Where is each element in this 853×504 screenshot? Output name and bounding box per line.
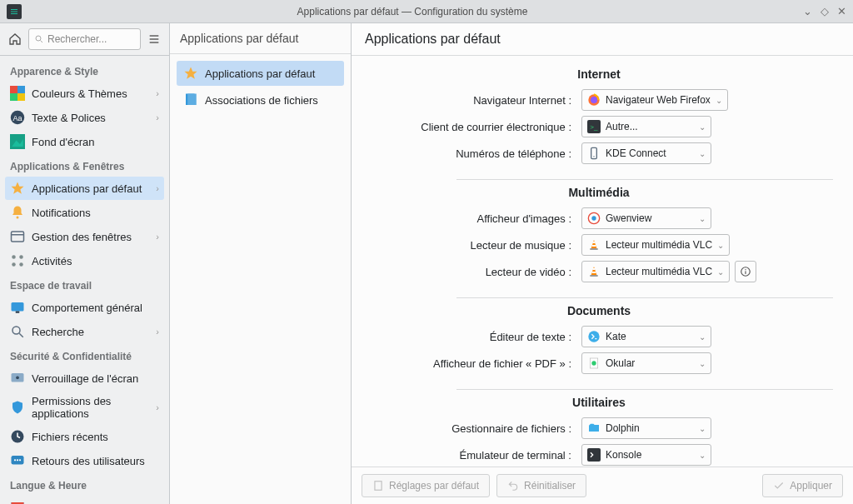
settings-row: Numéros de téléphone :KDE Connect⌄ [365, 142, 833, 164]
sidebar-item[interactable]: Pays et langue [5, 496, 164, 504]
hamburger-button[interactable] [144, 29, 164, 49]
combo-value: Lecteur multimédia VLC [606, 266, 712, 277]
svg-rect-62 [745, 271, 746, 274]
row-label: Gestionnaire de fichiers : [365, 422, 581, 435]
settings-row: Navigateur Internet :Navigateur Web Fire… [365, 89, 833, 111]
row-label: Éditeur de texte : [365, 331, 581, 343]
svg-point-27 [12, 327, 20, 334]
svg-rect-43 [187, 94, 197, 106]
app-select[interactable]: Lecteur multimédia VLC⌄ [581, 261, 730, 282]
group-title: Documents [365, 301, 833, 326]
star-icon [10, 181, 25, 196]
settings-group: DocumentsÉditeur de texte :Kate⌄Afficheu… [365, 297, 833, 374]
combo-value: Autre... [606, 121, 694, 132]
svg-point-35 [19, 459, 21, 461]
svg-rect-55 [590, 248, 597, 250]
chevron-right-icon: › [156, 232, 159, 242]
search-input[interactable]: Rechercher... [28, 28, 141, 50]
svg-rect-53 [593, 242, 596, 243]
row-label: Afficheur de fichier « PDF » : [365, 357, 581, 370]
chevron-down-icon: ⌄ [699, 359, 706, 368]
app-select[interactable]: Kate⌄ [581, 326, 711, 347]
wallpaper-icon [10, 134, 25, 149]
firefox-icon [587, 93, 601, 107]
svg-rect-25 [12, 302, 24, 312]
settings-row: Client de courrier électronique :>_Autre… [365, 116, 833, 137]
svg-rect-3 [11, 13, 17, 14]
app-select[interactable]: Konsole⌄ [581, 444, 711, 466]
sidebar-item[interactable]: Recherche› [5, 320, 164, 343]
chevron-right-icon: › [156, 327, 159, 337]
hamburger-icon [147, 32, 161, 46]
sidebar-item[interactable]: Couleurs & Thèmes› [5, 82, 164, 105]
svg-point-24 [19, 262, 23, 267]
reset-button[interactable]: Réinitialiser [496, 474, 586, 497]
sidebar-section-title: Espace de travail [5, 273, 169, 295]
settings-group: MultimédiaAfficheur d'images :Gwenview⌄L… [365, 179, 833, 282]
chevron-right-icon: › [156, 112, 159, 122]
sidebar-item[interactable]: Notifications [5, 201, 164, 224]
sidebar-item[interactable]: AaTexte & Polices› [5, 106, 164, 129]
sidebar-item[interactable]: Retours des utilisateurs [5, 449, 164, 472]
app-select[interactable]: Okular⌄ [581, 352, 711, 374]
sidebar-item[interactable]: Activités [5, 249, 164, 272]
sidebar-item[interactable]: Verrouillage de l'écran [5, 367, 164, 390]
row-label: Client de courrier électronique : [365, 121, 581, 133]
close-button[interactable]: ✕ [837, 5, 846, 17]
home-button[interactable] [5, 29, 25, 49]
subcategory-column: Applications par défaut Applications par… [170, 23, 352, 504]
apply-button[interactable]: Appliquer [762, 474, 843, 497]
undo-icon [507, 480, 519, 492]
app-select[interactable]: Navigateur Web Firefox⌄ [581, 89, 728, 111]
star-icon [183, 66, 198, 81]
info-button[interactable] [735, 261, 756, 282]
sidebar-section-title: Applications & Fenêtres [5, 154, 169, 176]
window-icon [10, 229, 25, 244]
sidebar-item-label: Verrouillage de l'écran [32, 372, 138, 385]
sidebar-item-label: Pays et langue [32, 502, 103, 505]
app-select[interactable]: Gwenview⌄ [581, 207, 711, 229]
settings-group: UtilitairesGestionnaire de fichiers :Dol… [365, 389, 833, 467]
app-select[interactable]: Lecteur multimédia VLC⌄ [581, 234, 730, 256]
app-select[interactable]: Dolphin⌄ [581, 417, 711, 439]
app-select[interactable]: KDE Connect⌄ [581, 142, 711, 164]
search-icon [34, 34, 44, 44]
sidebar-item[interactable]: Applications par défaut› [5, 177, 164, 200]
subcategory-item[interactable]: Applications par défaut [177, 61, 344, 86]
svg-rect-48 [591, 147, 597, 158]
shield-icon [10, 400, 25, 415]
sidebar-item-label: Comportement général [32, 302, 142, 314]
defaults-button[interactable]: Réglages par défaut [362, 474, 490, 497]
font-icon: Aa [10, 110, 25, 125]
sidebar-item[interactable]: Gestion des fenêtres› [5, 225, 164, 248]
svg-rect-11 [10, 93, 17, 101]
sidebar-item[interactable]: Fond d'écran [5, 130, 164, 153]
row-label: Émulateur de terminal : [365, 449, 581, 462]
main-panel: Applications par défaut InternetNavigate… [352, 23, 853, 504]
svg-point-49 [593, 156, 594, 157]
page-title: Applications par défaut [352, 23, 853, 56]
svg-point-18 [17, 217, 19, 219]
svg-point-51 [591, 216, 596, 220]
svg-line-28 [19, 333, 23, 337]
sidebar-item[interactable]: Permissions des applications› [5, 391, 164, 424]
minimize-button[interactable]: ⌄ [803, 5, 812, 17]
document-icon [372, 480, 384, 492]
vlc-icon [587, 265, 601, 278]
svg-rect-71 [375, 482, 382, 491]
app-icon [7, 4, 22, 19]
row-label: Navigateur Internet : [365, 94, 581, 107]
chevron-down-icon: ⌄ [716, 96, 722, 105]
row-label: Lecteur de musique : [365, 239, 581, 252]
subcategory-item[interactable]: Associations de fichiers [177, 87, 344, 112]
sidebar-item[interactable]: Comportement général [5, 296, 164, 319]
combo-value: KDE Connect [606, 147, 694, 159]
app-select[interactable]: >_Autre...⌄ [581, 116, 711, 137]
maximize-button[interactable]: ◇ [821, 5, 829, 17]
chevron-down-icon: ⌄ [717, 267, 724, 277]
flag-icon [10, 500, 25, 504]
chevron-down-icon: ⌄ [699, 451, 706, 460]
kate-icon [587, 330, 601, 343]
sidebar-item[interactable]: Fichiers récents [5, 425, 164, 448]
sidebar-item-label: Couleurs & Thèmes [32, 87, 127, 100]
